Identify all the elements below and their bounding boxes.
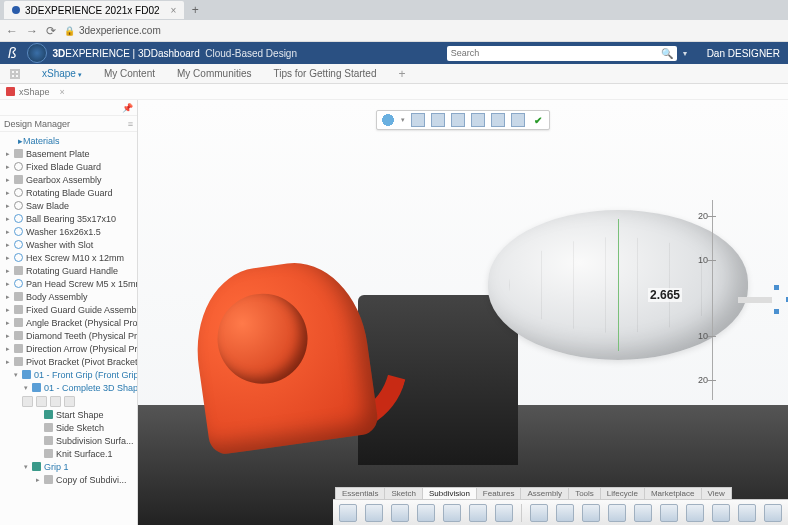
bottom-tab[interactable]: Lifecycle: [600, 487, 645, 499]
panel-pin-icon[interactable]: 📌: [122, 103, 133, 113]
tree-row[interactable]: ▸Washer 16x26x1.5: [0, 225, 137, 238]
tree-row[interactable]: ▸Basement Plate: [0, 147, 137, 160]
toolbar-item[interactable]: My Content: [104, 68, 155, 79]
tool-icon[interactable]: [365, 504, 383, 522]
back-button[interactable]: ←: [6, 24, 18, 38]
tool-icon[interactable]: [530, 504, 548, 522]
tree-start-shape[interactable]: Start Shape: [0, 408, 137, 421]
toolbar-item[interactable]: My Communities: [177, 68, 251, 79]
tree-row[interactable]: ▸Hex Screw M10 x 12mm: [0, 251, 137, 264]
bottom-tab[interactable]: Subdivision: [422, 487, 477, 499]
new-tab-button[interactable]: +: [188, 3, 202, 17]
tool-icon[interactable]: [495, 504, 513, 522]
apps-grid-icon[interactable]: [10, 69, 20, 79]
tree-row[interactable]: ▸Diamond Teeth (Physical Pr...: [0, 329, 137, 342]
ds-logo-icon[interactable]: ß: [8, 45, 17, 61]
compass-icon[interactable]: [27, 43, 47, 63]
tree-label: Rotating Guard Handle: [26, 266, 118, 276]
tool-icon[interactable]: [417, 504, 435, 522]
tree-item-icon: [14, 227, 23, 236]
forward-button[interactable]: →: [26, 24, 38, 38]
tree-row[interactable]: ▸Ball Bearing 35x17x10: [0, 212, 137, 225]
tree-row[interactable]: ▸Pivot Bracket (Pivot Bracket.1): [0, 355, 137, 368]
ruler[interactable]: 20 10 10 20: [698, 200, 726, 400]
tool-icon[interactable]: [339, 504, 357, 522]
tree-tool-icon[interactable]: [64, 396, 75, 407]
measurement-value[interactable]: 2.665: [648, 288, 682, 302]
browser-tab[interactable]: 3DEXPERIENCE 2021x FD02 ×: [4, 1, 184, 19]
tree-label: Saw Blade: [26, 201, 69, 211]
tool-icon[interactable]: [582, 504, 600, 522]
manipulator[interactable]: [738, 285, 788, 315]
tree-row[interactable]: ▸Saw Blade: [0, 199, 137, 212]
tree-row[interactable]: ▸Rotating Blade Guard: [0, 186, 137, 199]
tool-icon[interactable]: [764, 504, 782, 522]
reload-button[interactable]: ⟳: [46, 24, 56, 38]
tool-icon[interactable]: [469, 504, 487, 522]
tree-row[interactable]: ▸Gearbox Assembly: [0, 173, 137, 186]
tree-knit[interactable]: Knit Surface.1: [0, 447, 137, 460]
user-label[interactable]: Dan DESIGNER: [707, 48, 780, 59]
search-chevron-icon[interactable]: ▾: [683, 49, 687, 58]
toolbar-item[interactable]: Tips for Getting Started: [273, 68, 376, 79]
tree-side-sketch[interactable]: Side Sketch: [0, 421, 137, 434]
tree-tool-icon[interactable]: [22, 396, 33, 407]
tool-icon[interactable]: [686, 504, 704, 522]
tool-icon[interactable]: [660, 504, 678, 522]
tree-row[interactable]: ▸Body Assembly: [0, 290, 137, 303]
tree-label: 01 - Complete 3D Shap...: [44, 383, 137, 393]
toolbar-add-button[interactable]: +: [399, 67, 406, 81]
bottom-tab[interactable]: Sketch: [384, 487, 422, 499]
search-input[interactable]: [451, 48, 661, 58]
bottom-tab[interactable]: Tools: [568, 487, 601, 499]
bottom-tab[interactable]: View: [701, 487, 732, 499]
bottom-tab[interactable]: Marketplace: [644, 487, 702, 499]
tree-label: Rotating Blade Guard: [26, 188, 113, 198]
manip-handle[interactable]: [774, 309, 779, 314]
3d-viewport[interactable]: ▾ ✔ 20 10 10 20 2.665: [138, 100, 788, 525]
tree-row[interactable]: ▸Washer with Slot: [0, 238, 137, 251]
secbar-close-icon[interactable]: ×: [60, 87, 65, 97]
tool-icon[interactable]: [738, 504, 756, 522]
tree-label: Basement Plate: [26, 149, 90, 159]
tree-row[interactable]: ▸Pan Head Screw M5 x 15mm: [0, 277, 137, 290]
materials-label: Materials: [23, 136, 60, 146]
bottom-tab[interactable]: Essentials: [335, 487, 385, 499]
tab-close-icon[interactable]: ×: [171, 5, 177, 16]
tool-icon[interactable]: [634, 504, 652, 522]
search-icon[interactable]: 🔍: [661, 48, 673, 59]
tree-row[interactable]: ▸Rotating Guard Handle: [0, 264, 137, 277]
tool-icon[interactable]: [556, 504, 574, 522]
panel-menu-icon[interactable]: ≡: [128, 119, 133, 129]
tree-row[interactable]: ▸Direction Arrow (Physical Pr...: [0, 342, 137, 355]
tree-subdiv-surf[interactable]: Subdivision Surfa...: [0, 434, 137, 447]
tree-tool-icon[interactable]: [50, 396, 61, 407]
tree-label: Body Assembly: [26, 292, 88, 302]
manip-arrow-icon[interactable]: [738, 297, 772, 303]
tree-item-icon: [14, 253, 23, 262]
toolbar-active[interactable]: xShape: [42, 68, 82, 79]
tree-complete-shape[interactable]: ▾01 - Complete 3D Shap...: [0, 381, 137, 394]
tree-label: Pan Head Screw M5 x 15mm: [26, 279, 137, 289]
tree-front-grip[interactable]: ▾01 - Front Grip (Front Grip ...: [0, 368, 137, 381]
tree-row[interactable]: ▸Fixed Guard Guide Assembly: [0, 303, 137, 316]
tree-label: Grip 1: [44, 462, 69, 472]
url-bar[interactable]: 🔒 3dexperience.com: [64, 25, 782, 36]
search-box[interactable]: 🔍: [447, 46, 677, 61]
bottom-tab[interactable]: Features: [476, 487, 522, 499]
tool-icon[interactable]: [712, 504, 730, 522]
bottom-tab[interactable]: Assembly: [520, 487, 569, 499]
tree-row[interactable]: ▸Fixed Blade Guard: [0, 160, 137, 173]
materials-node[interactable]: ▸ Materials: [0, 134, 137, 147]
tool-icon[interactable]: [608, 504, 626, 522]
tool-icon[interactable]: [443, 504, 461, 522]
design-tree[interactable]: ▸ Materials ▸Basement Plate▸Fixed Blade …: [0, 132, 137, 525]
surface-icon: [44, 436, 53, 445]
tool-icon[interactable]: [391, 504, 409, 522]
tree-row[interactable]: ▸Angle Bracket (Physical Pro...: [0, 316, 137, 329]
tree-tool-icon[interactable]: [36, 396, 47, 407]
tree-copy[interactable]: ▸Copy of Subdivi...: [0, 473, 137, 486]
manip-handle[interactable]: [774, 285, 779, 290]
brand-bold: 3D: [53, 48, 66, 59]
tree-grip1[interactable]: ▾Grip 1: [0, 460, 137, 473]
